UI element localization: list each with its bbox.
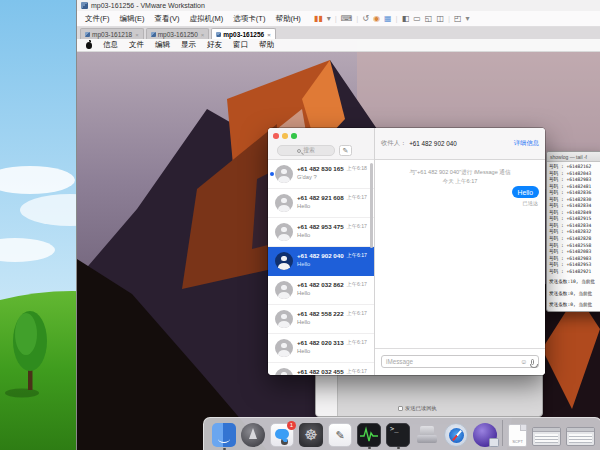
macos-menu-item[interactable]: 编辑 bbox=[155, 40, 170, 50]
conversation-time: 上午6:18 bbox=[347, 165, 367, 172]
vmware-menu-item[interactable]: 虚拟机(M) bbox=[185, 12, 229, 25]
vmware-menu-item[interactable]: 文件(F) bbox=[80, 12, 115, 25]
minimized-window-2[interactable] bbox=[566, 427, 595, 446]
vm-tab-label: mp03-161250 bbox=[158, 31, 198, 38]
chat-body: 与"+61 482 902 040"进行 iMessage 通信 今天 上午6:… bbox=[375, 160, 545, 348]
vmware-toolbar-icon[interactable]: ▾ bbox=[327, 15, 331, 23]
conversation-row[interactable]: +61 482 921 608 Hello 上午6:17 bbox=[268, 189, 374, 218]
vmware-toolbar-icon[interactable]: | bbox=[356, 15, 358, 23]
conversation-row[interactable]: +61 482 032 455 上午6:17 bbox=[268, 363, 374, 375]
vm-tab-icon bbox=[85, 32, 90, 37]
messages-sidebar: 搜索 ✎ +61 482 830 165 G'day ? 上午6:18 bbox=[268, 128, 375, 375]
terminal-footer: 发送条数:10, 当前批发送条数:0, 当前批发送条数:0, 当前批 bbox=[547, 277, 600, 309]
message-input[interactable]: iMessage ☺ bbox=[381, 355, 539, 368]
vm-tab-icon bbox=[151, 32, 156, 37]
sidebar-scrollbar[interactable] bbox=[370, 163, 373, 248]
vmware-menu-item[interactable]: 编辑(E) bbox=[115, 12, 150, 25]
compose-button[interactable]: ✎ bbox=[339, 145, 352, 156]
close-button[interactable] bbox=[273, 133, 279, 139]
search-input[interactable]: 搜索 bbox=[277, 145, 335, 156]
vm-tab-close-icon[interactable] bbox=[200, 31, 205, 38]
vmware-toolbar-icon[interactable]: ↺ bbox=[362, 15, 369, 23]
terminal-window[interactable]: showlog — tail -f 号码 : +61482162号码 : +61… bbox=[546, 151, 600, 312]
conversation-row[interactable]: +61 482 032 862 Hello 上午6:17 bbox=[268, 276, 374, 305]
vmware-toolbar-icon[interactable]: ◱ bbox=[425, 15, 433, 23]
conversation-row[interactable]: +61 482 020 313 Hello 上午6:17 bbox=[268, 334, 374, 363]
macos-menu-item[interactable]: 信息 bbox=[103, 40, 118, 50]
microphone-icon[interactable] bbox=[531, 359, 535, 365]
avatar bbox=[275, 165, 293, 183]
vmware-vm-tab[interactable]: mp03-161218 bbox=[80, 28, 144, 39]
network-globe-icon[interactable] bbox=[473, 423, 497, 447]
minimize-button[interactable] bbox=[282, 133, 288, 139]
vm-tab-icon bbox=[216, 32, 221, 37]
vmware-toolbar-icon[interactable]: ▾ bbox=[466, 15, 470, 23]
checkbox[interactable] bbox=[398, 406, 403, 411]
printer-icon[interactable] bbox=[415, 423, 439, 447]
system-preferences-icon[interactable]: ☸ bbox=[299, 423, 323, 447]
conversation-row[interactable]: +61 482 830 165 G'day ? 上午6:18 bbox=[268, 160, 374, 189]
conversation-preview: Hello bbox=[297, 319, 310, 325]
conversation-time: 上午6:17 bbox=[347, 339, 367, 346]
apple-menu-icon[interactable] bbox=[86, 42, 92, 49]
script-file-icon[interactable]: SCPT bbox=[508, 424, 527, 447]
vmware-toolbar-icon[interactable]: ▦ bbox=[384, 15, 392, 23]
vmware-menu-item[interactable]: 帮助(H) bbox=[270, 12, 305, 25]
vm-viewport: 信息文件编辑显示好友窗口帮助 showlog — tail -f 号码 : +6… bbox=[77, 39, 600, 450]
vmware-toolbar-icon[interactable]: ◉ bbox=[373, 15, 380, 23]
terminal-titlebar[interactable]: showlog — tail -f bbox=[547, 152, 600, 162]
to-label: 收件人： bbox=[381, 139, 406, 148]
launchpad-icon[interactable] bbox=[241, 423, 265, 447]
macos-menu-item[interactable]: 好友 bbox=[207, 40, 222, 50]
vmware-toolbar-icon[interactable]: | bbox=[396, 15, 398, 23]
compose-pencil-icon: ✎ bbox=[343, 147, 349, 154]
vmware-toolbar-icon[interactable]: ▭ bbox=[413, 15, 421, 23]
zoom-button[interactable] bbox=[291, 133, 297, 139]
terminal-footer-line: 发送条数:10, 当前批 bbox=[549, 279, 600, 286]
vmware-toolbar-icon[interactable]: ◫ bbox=[436, 15, 444, 23]
conversation-row[interactable]: +61 482 558 222 Hello 上午6:17 bbox=[268, 305, 374, 334]
terminal-app-icon[interactable]: >_ bbox=[386, 423, 410, 447]
safari-icon[interactable] bbox=[444, 423, 468, 447]
checkbox-label: 发送已读回执 bbox=[405, 405, 437, 412]
textedit-icon[interactable]: ✎ bbox=[328, 423, 352, 447]
recipient-number: +61 482 902 040 bbox=[409, 140, 456, 147]
conversation-row[interactable]: +61 482 902 040 Hello 上午6:17 bbox=[268, 247, 374, 276]
macos-menu-item[interactable]: 窗口 bbox=[233, 40, 248, 50]
macos-menu-item[interactable]: 文件 bbox=[129, 40, 144, 50]
vmware-vm-tab[interactable]: mp03-161256 bbox=[211, 28, 275, 39]
vm-tab-label: mp03-161218 bbox=[92, 31, 132, 38]
conversation-number: +61 482 830 165 bbox=[297, 165, 344, 172]
message-input-placeholder: iMessage bbox=[386, 358, 517, 365]
vmware-titlebar[interactable]: mp03-161256 - VMware Workstation bbox=[77, 0, 600, 11]
vmware-toolbar-icon[interactable]: ◰ bbox=[454, 15, 462, 23]
messages-badge: 1 bbox=[287, 421, 296, 430]
vmware-menu-item[interactable]: 选项卡(T) bbox=[228, 12, 270, 25]
activity-monitor-icon[interactable] bbox=[357, 423, 381, 447]
vmware-toolbar-icon[interactable]: | bbox=[335, 15, 337, 23]
macos-menu-item[interactable]: 显示 bbox=[181, 40, 196, 50]
vm-tab-label: mp03-161256 bbox=[223, 31, 264, 38]
vmware-window: mp03-161256 - VMware Workstation 文件(F)编辑… bbox=[76, 0, 600, 450]
vmware-toolbar-icon[interactable]: | bbox=[448, 15, 450, 23]
finder-icon[interactable] bbox=[212, 423, 236, 447]
vm-tab-close-icon[interactable] bbox=[134, 31, 139, 38]
outgoing-message-bubble: Hello bbox=[512, 186, 540, 198]
messages-app-icon[interactable]: 1 bbox=[270, 423, 294, 447]
conversation-row[interactable]: +61 482 953 475 Hello 上午6:17 bbox=[268, 218, 374, 247]
vmware-toolbar-icon[interactable]: ◧ bbox=[402, 15, 410, 23]
vmware-logo-icon bbox=[81, 2, 88, 9]
emoji-picker-icon[interactable]: ☺ bbox=[520, 358, 527, 365]
avatar bbox=[275, 339, 293, 357]
conversation-preview: Hello bbox=[297, 290, 310, 296]
macos-menu-item[interactable]: 帮助 bbox=[259, 40, 274, 50]
details-link[interactable]: 详细信息 bbox=[514, 139, 539, 148]
avatar bbox=[275, 281, 293, 299]
vmware-toolbar-icon[interactable]: ▮▮ bbox=[314, 15, 323, 23]
vmware-vm-tab[interactable]: mp03-161250 bbox=[146, 28, 210, 39]
vmware-toolbar-icon[interactable]: ⌨ bbox=[341, 15, 353, 23]
minimized-window-1[interactable] bbox=[532, 427, 561, 446]
vmware-menu-item[interactable]: 查看(V) bbox=[150, 12, 185, 25]
vm-tab-close-icon[interactable] bbox=[266, 31, 271, 38]
conversation-time: 上午6:17 bbox=[347, 281, 367, 288]
